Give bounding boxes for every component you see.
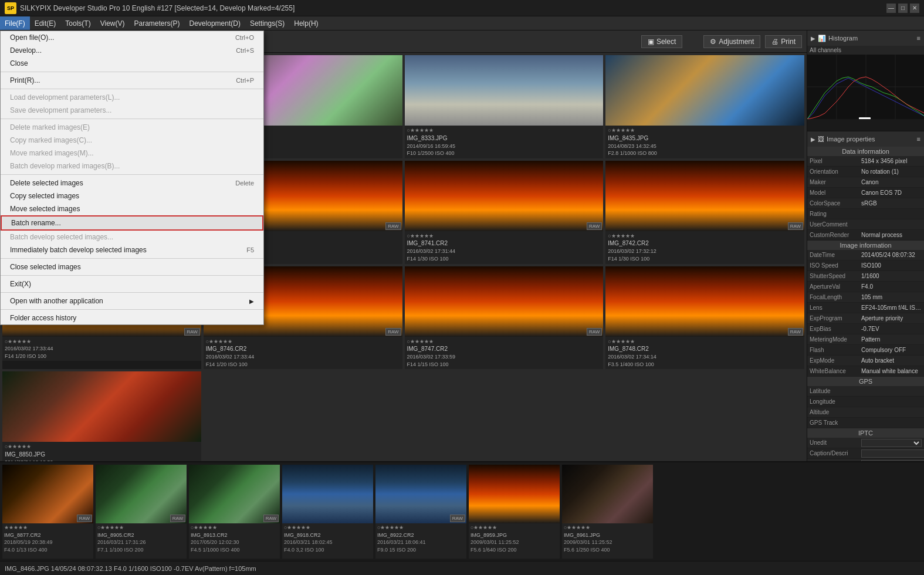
- menu-development[interactable]: Development(D): [185, 16, 245, 30]
- gps-header: GPS: [807, 377, 924, 386]
- image-info: ○★★★★★IMG_8746.CR22016/03/02 17:33:44F14…: [204, 337, 402, 370]
- strip-image-info: ○★★★★★IMG_8922.CR22016/03/21 18:06:41F9.…: [375, 523, 466, 554]
- adjustment-icon: ⚙: [710, 38, 716, 46]
- grid-image-cell[interactable]: RAW○★★★★★IMG_8747.CR22016/03/02 17:33:59…: [405, 266, 604, 370]
- prop-label: ExpProgram: [810, 315, 861, 322]
- grid-image-cell[interactable]: ○★★★★★IMG_8333.JPG2014/09/16 16:59:45F10…: [405, 55, 604, 158]
- image-prop-row: ExpBias-0.7EV: [807, 324, 924, 334]
- menu-print[interactable]: Print(R)...Ctrl+P: [1, 74, 263, 87]
- image-stars: ○★★★★★: [608, 232, 802, 240]
- minimize-button[interactable]: —: [886, 4, 896, 13]
- strip-stars: ○★★★★★: [284, 524, 371, 532]
- strip-image-cell[interactable]: ○★★★★★IMG_8959.JPG2009/03/01 11:25:52F5.…: [469, 465, 560, 559]
- adjustment-button[interactable]: ⚙ Adjustment: [703, 35, 760, 48]
- iptc-header: IPTC: [807, 428, 924, 438]
- gps-prop-row: Latitude: [807, 386, 924, 397]
- strip-image-cell[interactable]: RAW★★★★★IMG_8877.CR22018/05/19 20:38:49F…: [2, 465, 93, 559]
- menubar: File(F) Edit(E) Tools(T) View(V) Paramet…: [0, 16, 924, 31]
- raw-badge: RAW: [788, 328, 803, 336]
- prop-label: ExpBias: [810, 326, 861, 332]
- menu-tools[interactable]: Tools(T): [60, 16, 95, 30]
- close-button[interactable]: ✕: [910, 4, 919, 13]
- select-button[interactable]: ▣ Select: [641, 35, 682, 48]
- iptc-prop-row: Writer: [807, 459, 924, 461]
- strip-filename: IMG_8913.CR2: [191, 532, 278, 539]
- iptc-input[interactable]: [861, 449, 924, 458]
- menu-view[interactable]: View(V): [96, 16, 130, 30]
- strip-filename: IMG_8922.CR2: [377, 532, 465, 539]
- strip-image-cell[interactable]: ○★★★★★IMG_8961.JPG2009/03/01 11:25:52F5.…: [562, 465, 653, 559]
- prop-label: Latitude: [810, 388, 861, 394]
- menu-settings[interactable]: Settings(S): [245, 16, 289, 30]
- menu-close-selected[interactable]: Close selected images: [1, 261, 263, 273]
- image-filename: IMG_8742.CR2: [608, 239, 802, 248]
- props-icon: 🖼: [818, 136, 824, 143]
- maximize-button[interactable]: □: [898, 4, 908, 13]
- menu-parameters[interactable]: Parameters(P): [130, 16, 185, 30]
- strip-date: 2016/03/21 17:31:26: [97, 539, 185, 546]
- prop-value: 2014/05/24 08:07:32: [861, 252, 922, 258]
- image-exposure: F14 1/30 ISO 100: [608, 255, 802, 263]
- image-info: ○★★★★★IMG_8741.CR22016/03/02 17:31:44F14…: [405, 231, 604, 264]
- menu-exit[interactable]: Exit(X): [1, 278, 263, 290]
- print-button[interactable]: 🖨 Print: [765, 35, 802, 48]
- strip-exposure: F9.0 15 ISO 200: [377, 546, 465, 554]
- menu-help[interactable]: Help(H): [289, 16, 323, 30]
- histogram-channel-label: All channels: [807, 46, 924, 55]
- menu-copy-selected[interactable]: Copy selected images: [1, 190, 263, 202]
- prop-label: ColorSpace: [810, 200, 861, 207]
- menu-file[interactable]: File(F): [0, 16, 30, 30]
- histogram-header[interactable]: ▶ 📊 Histogram ≡: [807, 31, 924, 46]
- prop-label: Pixel: [810, 158, 861, 164]
- image-exposure: F10 1/2500 ISO 400: [407, 150, 601, 157]
- menu-open-another[interactable]: Open with another application▶: [1, 295, 263, 307]
- strip-stars: ○★★★★★: [471, 524, 558, 532]
- app-logo: SP: [5, 2, 16, 14]
- grid-image-cell[interactable]: RAW○★★★★★IMG_8742.CR22016/03/02 17:32:12…: [605, 161, 804, 264]
- gps-prop-row: Altitude: [807, 407, 924, 418]
- prop-label: ExpMode: [810, 357, 861, 364]
- strip-image-cell[interactable]: ○★★★★★IMG_8918.CR22016/03/21 18:02:45F4.…: [282, 465, 373, 559]
- strip-image-cell[interactable]: RAW○★★★★★IMG_8905.CR22016/03/21 17:31:26…: [96, 465, 187, 559]
- image-properties-header[interactable]: ▶ 🖼 Image properties ≡: [807, 131, 924, 147]
- grid-image-cell[interactable]: ○★★★★★IMG_8850.JPG2014/05/24 10:18:59F4.…: [2, 371, 201, 461]
- image-info: ○★★★★★2016/03/02 17:33:44F14 1/20 ISO 10…: [2, 337, 201, 361]
- menu-batch-rename[interactable]: Batch rename...: [1, 215, 263, 231]
- strip-raw-badge: RAW: [450, 515, 465, 522]
- menu-open-file[interactable]: Open file(O)...Ctrl+O: [1, 31, 263, 44]
- image-exposure: F14 1/20 ISO 100: [206, 361, 400, 368]
- menu-close[interactable]: Close: [1, 57, 263, 70]
- histogram-label: Histogram: [828, 35, 858, 42]
- menu-edit[interactable]: Edit(E): [30, 16, 61, 30]
- image-date: 2016/03/02 17:33:44: [5, 345, 199, 353]
- strip-stars: ○★★★★★: [564, 524, 651, 532]
- grid-image-cell[interactable]: RAW○★★★★★IMG_8748.CR22016/03/02 17:34:14…: [605, 266, 804, 370]
- menu-immediate-batch[interactable]: Immediately batch develop selected image…: [1, 243, 263, 256]
- prop-value: Canon EOS 7D: [861, 190, 922, 196]
- grid-image-cell[interactable]: RAW○★★★★★IMG_8741.CR22016/03/02 17:31:44…: [405, 161, 604, 264]
- image-prop-row: MeteringModePattern: [807, 334, 924, 345]
- props-title: Image properties: [827, 136, 875, 143]
- prop-label: Lens: [810, 305, 861, 311]
- prop-value: Compulsory OFF: [861, 347, 922, 353]
- menu-move-selected[interactable]: Move selected images: [1, 202, 263, 215]
- prop-label: Altitude: [810, 409, 861, 415]
- menu-delete-selected[interactable]: Delete selected imagesDelete: [1, 177, 263, 190]
- menu-delete-marked: Delete marked images(E): [1, 121, 263, 134]
- image-filename: IMG_8747.CR2: [407, 345, 601, 353]
- strip-image-cell[interactable]: RAW○★★★★★IMG_8913.CR22017/05/20 12:02:30…: [189, 465, 280, 559]
- prop-value: Manual white balance: [861, 368, 922, 374]
- iptc-label: Unedit: [810, 439, 861, 446]
- image-prop-row: ISO SpeedISO100: [807, 261, 924, 271]
- image-filename: IMG_8746.CR2: [206, 345, 400, 353]
- iptc-input[interactable]: [861, 460, 924, 462]
- data-props-list: Pixel5184 x 3456 pixelOrientationNo rota…: [807, 156, 924, 241]
- iptc-unedit-select[interactable]: [861, 439, 922, 447]
- menu-develop[interactable]: Develop...Ctrl+S: [1, 44, 263, 57]
- prop-value: Pattern: [861, 336, 922, 343]
- menu-folder-history[interactable]: Folder access history: [1, 312, 263, 324]
- strip-image-cell[interactable]: RAW○★★★★★IMG_8922.CR22016/03/21 18:06:41…: [375, 465, 466, 559]
- grid-image-cell[interactable]: ○★★★★★IMG_8435.JPG2014/08/23 14:32:45F2.…: [605, 55, 804, 158]
- image-prop-row: ExpProgramAperture priority: [807, 313, 924, 324]
- separator-2: [1, 89, 263, 89]
